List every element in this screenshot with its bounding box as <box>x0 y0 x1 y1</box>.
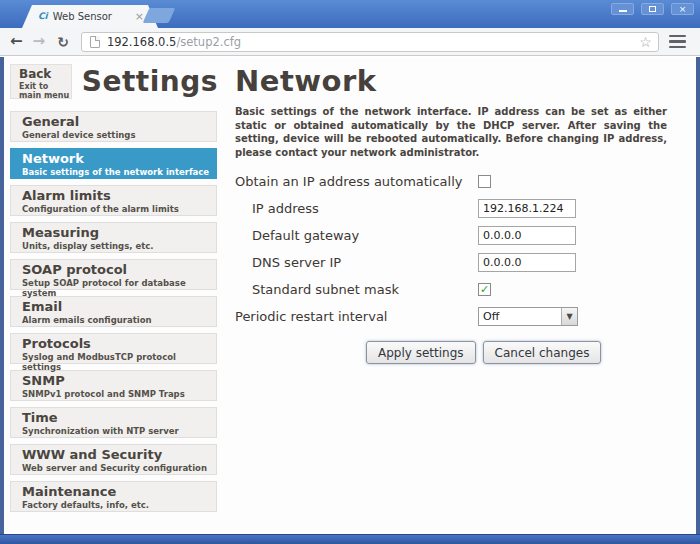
browser-toolbar: ← → ↻ 192.168.0.5 /setup2.cfg ☆ <box>0 28 700 56</box>
sidebar-item-label: WWW and Security <box>22 447 216 463</box>
url-path: /setup2.cfg <box>176 35 639 49</box>
network-form: Obtain an IP address automatically IP ad… <box>235 168 675 364</box>
sidebar-item-subtitle: Configuration of the alarm limits <box>22 204 216 214</box>
back-subtitle: Exit to main menu <box>19 82 71 100</box>
url-host: 192.168.0.5 <box>107 35 177 49</box>
back-button[interactable]: Back Exit to main menu <box>10 64 72 99</box>
form-row-dhcp: Obtain an IP address automatically <box>235 168 675 195</box>
sidebar-item-subtitle: Setup SOAP protocol for database system <box>22 278 216 298</box>
settings-sidebar: Back Exit to main menu Settings General … <box>10 64 218 518</box>
form-row-subnet-mask: Standard subnet mask ✓ <box>235 276 675 303</box>
subnet-mask-checkbox[interactable]: ✓ <box>478 283 491 296</box>
forward-nav-icon[interactable]: → <box>33 34 46 49</box>
sidebar-item-label: Protocols <box>22 336 216 352</box>
close-icon: × <box>679 5 687 14</box>
sidebar-item-label: Time <box>22 410 216 426</box>
web-page: Back Exit to main menu Settings General … <box>0 57 700 534</box>
browser-menu-icon[interactable] <box>669 35 686 49</box>
cancel-changes-button[interactable]: Cancel changes <box>483 341 602 364</box>
sidebar-item-time[interactable]: Time Synchronization with NTP server <box>10 407 217 438</box>
restart-interval-label: Periodic restart interval <box>235 309 478 324</box>
dns-server-label: DNS server IP <box>235 255 478 270</box>
sidebar-item-label: Maintenance <box>22 484 216 500</box>
sidebar-item-subtitle: SNMPv1 protocol and SNMP Traps <box>22 389 216 399</box>
address-bar[interactable]: 192.168.0.5 /setup2.cfg ☆ <box>81 32 659 52</box>
form-row-default-gateway: Default gateway <box>235 222 675 249</box>
ip-address-label: IP address <box>235 201 478 216</box>
back-nav-icon[interactable]: ← <box>10 34 23 49</box>
network-settings-panel: Network Basic settings of the network in… <box>235 64 675 364</box>
restart-interval-select[interactable]: Off ▼ <box>478 307 578 326</box>
maximize-button[interactable] <box>641 3 664 15</box>
sidebar-item-snmp[interactable]: SNMP SNMPv1 protocol and SNMP Traps <box>10 370 217 401</box>
bookmark-star-icon[interactable]: ☆ <box>639 34 652 50</box>
reload-icon[interactable]: ↻ <box>57 35 69 49</box>
window-bottom-frame <box>0 534 700 544</box>
form-row-dns-server: DNS server IP <box>235 249 675 276</box>
sidebar-item-subtitle: Factory defaults, info, etc. <box>22 500 216 510</box>
restart-interval-value: Off <box>479 310 561 323</box>
close-button[interactable]: × <box>671 3 694 15</box>
sidebar-item-general[interactable]: General General device settings <box>10 111 217 142</box>
sidebar-item-label: Email <box>22 299 216 315</box>
apply-settings-button[interactable]: Apply settings <box>366 341 476 364</box>
dhcp-label: Obtain an IP address automatically <box>235 174 478 189</box>
form-row-ip-address: IP address <box>235 195 675 222</box>
browser-window: Ci Web Sensor × × ← → ↻ 192.168.0.5 /set… <box>0 0 700 544</box>
page-description: Basic settings of the network interface.… <box>235 105 667 159</box>
form-row-restart-interval: Periodic restart interval Off ▼ <box>235 303 675 330</box>
dhcp-checkbox[interactable] <box>478 175 491 188</box>
sidebar-item-label: Alarm limits <box>22 188 216 204</box>
dns-server-field[interactable] <box>478 253 576 272</box>
sidebar-item-label: Measuring <box>22 225 216 241</box>
sidebar-item-subtitle: Alarm emails configuration <box>22 315 216 325</box>
subnet-mask-label: Standard subnet mask <box>235 282 478 297</box>
form-actions: Apply settings Cancel changes <box>366 341 675 364</box>
default-gateway-label: Default gateway <box>235 228 478 243</box>
sidebar-item-label: General <box>22 114 216 130</box>
sidebar-header: Back Exit to main menu Settings <box>10 64 218 99</box>
sidebar-item-protocols[interactable]: Protocols Syslog and ModbusTCP protocol … <box>10 333 217 364</box>
minimize-icon <box>619 10 627 12</box>
new-tab-button[interactable] <box>143 8 176 23</box>
sidebar-item-subtitle: General device settings <box>22 130 216 140</box>
sidebar-item-measuring[interactable]: Measuring Units, display settings, etc. <box>10 222 217 253</box>
settings-page-title: Settings <box>82 65 218 98</box>
back-label: Back <box>19 68 71 82</box>
sidebar-item-subtitle: Units, display settings, etc. <box>22 241 216 251</box>
sidebar-item-www-and-security[interactable]: WWW and Security Web server and Security… <box>10 444 217 475</box>
tab-favicon-icon: Ci <box>38 12 48 21</box>
sidebar-item-email[interactable]: Email Alarm emails configuration <box>10 296 217 327</box>
sidebar-item-maintenance[interactable]: Maintenance Factory defaults, info, etc. <box>10 481 217 512</box>
chevron-down-icon: ▼ <box>561 308 577 325</box>
sidebar-item-subtitle: Basic settings of the network interface <box>22 167 216 177</box>
sidebar-item-label: SOAP protocol <box>22 262 216 278</box>
default-gateway-field[interactable] <box>478 226 576 245</box>
tab-title: Web Sensor <box>53 11 131 22</box>
ip-address-field[interactable] <box>478 199 576 218</box>
page-title: Network <box>235 64 675 98</box>
sidebar-item-network[interactable]: Network Basic settings of the network in… <box>10 148 217 179</box>
sidebar-item-alarm-limits[interactable]: Alarm limits Configuration of the alarm … <box>10 185 217 216</box>
minimize-button[interactable] <box>611 3 634 15</box>
maximize-icon <box>649 6 656 12</box>
sidebar-item-subtitle: Web server and Security configuration <box>22 463 216 473</box>
sidebar-item-label: SNMP <box>22 373 216 389</box>
sidebar-item-soap-protocol[interactable]: SOAP protocol Setup SOAP protocol for da… <box>10 259 217 290</box>
sidebar-item-subtitle: Syslog and ModbusTCP protocol settings <box>22 352 216 372</box>
sidebar-item-label: Network <box>22 151 216 167</box>
sidebar-item-subtitle: Synchronization with NTP server <box>22 426 216 436</box>
page-document-icon <box>90 36 100 48</box>
browser-tab[interactable]: Ci Web Sensor × <box>22 5 158 28</box>
browser-titlebar: Ci Web Sensor × × <box>0 0 700 28</box>
window-controls: × <box>611 3 694 15</box>
